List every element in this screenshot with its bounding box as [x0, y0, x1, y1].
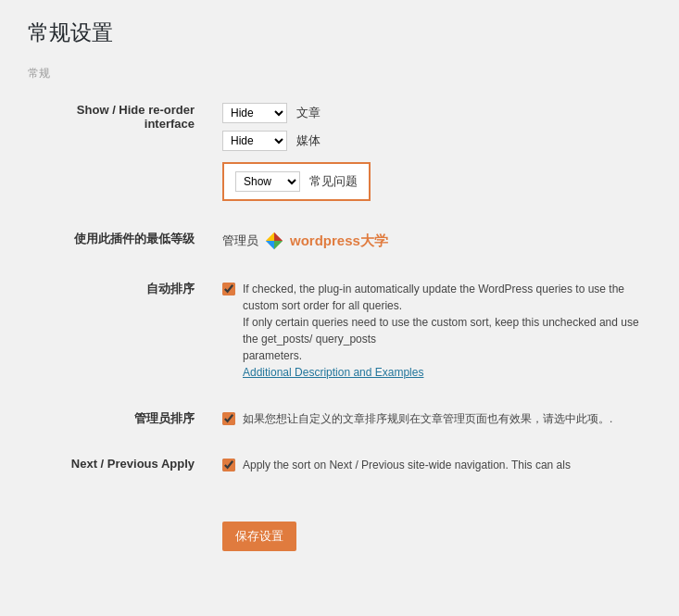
next-prev-row: Next / Previous Apply Apply the sort on …	[28, 449, 651, 481]
reorder-label: Show / Hide re-order interface	[28, 95, 213, 208]
reorder-media-select[interactable]: Hide Show	[222, 131, 287, 151]
reorder-media-label: 媒体	[296, 132, 321, 149]
reorder-posts-label: 文章	[296, 105, 321, 121]
min-role-row: 使用此插件的最低等级 管理员 wordpress大学	[28, 223, 651, 258]
svg-marker-2	[266, 241, 274, 249]
save-row: 保存设置	[28, 496, 651, 559]
next-prev-label: Next / Previous Apply	[28, 449, 213, 481]
admin-sort-label: 管理员排序	[28, 403, 213, 434]
auto-sort-description: If checked, the plug-in automatically up…	[243, 281, 642, 381]
reorder-faq-highlighted-row: Hide Show 常见问题	[222, 162, 371, 201]
reorder-faq-select[interactable]: Hide Show	[235, 171, 300, 192]
reorder-media-row: Hide Show 媒体	[222, 131, 642, 151]
auto-sort-label: 自动排序	[28, 273, 213, 388]
auto-sort-checkbox-row: If checked, the plug-in automatically up…	[222, 281, 642, 381]
svg-marker-4	[274, 241, 283, 249]
admin-sort-row: 管理员排序 如果您想让自定义的文章排序规则在文章管理页面也有效果，请选中此项。.	[28, 403, 651, 434]
admin-text: 管理员	[222, 233, 258, 249]
reorder-posts-row: Hide Show 文章	[222, 103, 642, 123]
min-role-label: 使用此插件的最低等级	[28, 223, 213, 258]
auto-sort-link[interactable]: Additional Description and Examples	[243, 366, 423, 379]
reorder-interface-row: Show / Hide re-order interface Hide Show…	[28, 95, 651, 208]
wp-logo-text: wordpress大学	[290, 233, 388, 250]
admin-sort-description: 如果您想让自定义的文章排序规则在文章管理页面也有效果，请选中此项。.	[243, 410, 612, 427]
compass-icon	[264, 231, 284, 251]
admin-level-cell: 管理员 wordpress大学	[222, 231, 642, 251]
section-label: 常规	[28, 66, 651, 82]
page-title: 常规设置	[28, 19, 651, 47]
auto-sort-checkbox[interactable]	[222, 283, 235, 295]
admin-sort-checkbox[interactable]	[222, 412, 235, 425]
next-prev-checkbox-row: Apply the sort on Next / Previous site-w…	[222, 457, 642, 473]
save-button[interactable]: 保存设置	[222, 522, 296, 551]
auto-sort-row: 自动排序 If checked, the plug-in automatical…	[28, 273, 651, 388]
reorder-faq-label: 常见问题	[309, 173, 358, 190]
admin-sort-checkbox-row: 如果您想让自定义的文章排序规则在文章管理页面也有效果，请选中此项。.	[222, 410, 642, 427]
reorder-content: Hide Show 文章 Hide Show 媒体 Hide Show 常见问	[213, 95, 651, 208]
reorder-posts-select[interactable]: Hide Show	[222, 103, 287, 123]
next-prev-description: Apply the sort on Next / Previous site-w…	[243, 457, 571, 473]
next-prev-checkbox[interactable]	[222, 459, 235, 471]
